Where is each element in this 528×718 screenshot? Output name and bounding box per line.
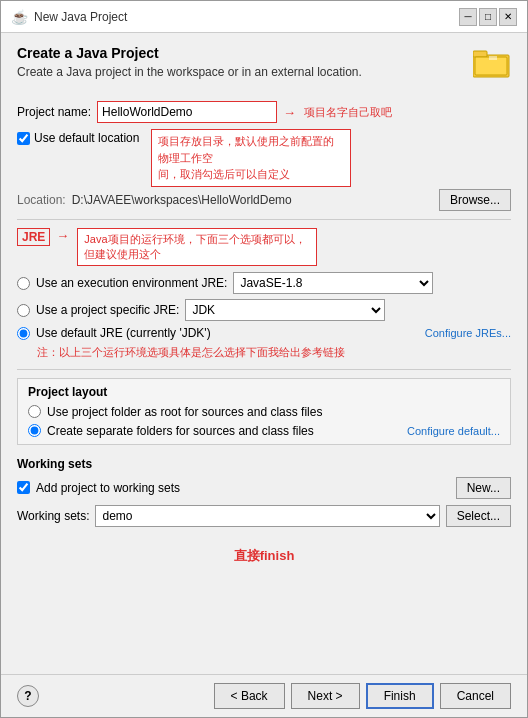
minimize-button[interactable]: ─ <box>459 8 477 26</box>
add-to-working-sets-checkbox[interactable] <box>17 481 30 494</box>
finish-button[interactable]: Finish <box>366 683 434 709</box>
jre-option3-row: Use default JRE (currently 'JDK') <box>17 326 211 340</box>
layout-option1-row: Use project folder as root for sources a… <box>28 405 500 419</box>
back-button[interactable]: < Back <box>214 683 285 709</box>
jre-option2-radio[interactable] <box>17 304 30 317</box>
page-subtitle: Create a Java project in the workspace o… <box>17 65 473 79</box>
layout-option2-label: Create separate folders for sources and … <box>47 424 314 438</box>
select-working-set-button[interactable]: Select... <box>446 505 511 527</box>
jre-section: JRE → Java项目的运行环境，下面三个选项都可以，但建议使用这个 Use … <box>17 228 511 361</box>
working-sets-header: Working sets <box>17 457 511 471</box>
working-sets-section: Working sets Add project to working sets… <box>17 453 511 531</box>
svg-rect-3 <box>489 56 497 60</box>
svg-rect-1 <box>473 51 487 57</box>
project-layout-header: Project layout <box>28 385 500 399</box>
separator-2 <box>17 369 511 370</box>
project-name-input[interactable] <box>97 101 277 123</box>
jre-annotation: Java项目的运行环境，下面三个选项都可以，但建议使用这个 <box>77 228 317 267</box>
configure-jres-link[interactable]: Configure JREs... <box>425 327 511 339</box>
footer-buttons: < Back Next > Finish Cancel <box>214 683 511 709</box>
jre-option3-radio[interactable] <box>17 327 30 340</box>
window-title: New Java Project <box>34 10 453 24</box>
jre-option2-row: Use a project specific JRE: JDK <box>17 299 511 321</box>
default-location-label: Use default location <box>34 131 139 145</box>
jre-option1-label: Use an execution environment JRE: <box>36 276 227 290</box>
folder-icon <box>473 47 511 82</box>
help-button[interactable]: ? <box>17 685 39 707</box>
arrow-icon-1: → <box>283 105 296 120</box>
cancel-button[interactable]: Cancel <box>440 683 511 709</box>
project-name-row: Project name: → 项目名字自己取吧 <box>17 101 511 123</box>
jre-option1-radio[interactable] <box>17 277 30 290</box>
separator-1 <box>17 219 511 220</box>
jre-label: JRE <box>22 230 45 244</box>
page-title: Create a Java Project <box>17 45 473 61</box>
layout-option2-radio[interactable] <box>28 424 41 437</box>
jre-option2-label: Use a project specific JRE: <box>36 303 179 317</box>
footer: ? < Back Next > Finish Cancel <box>1 674 527 717</box>
jre-option1-dropdown[interactable]: JavaSE-1.8 <box>233 272 433 294</box>
location-label: Location: <box>17 193 66 207</box>
page-header: Create a Java Project Create a Java proj… <box>17 45 511 91</box>
close-button[interactable]: ✕ <box>499 8 517 26</box>
project-layout-section: Project layout Use project folder as roo… <box>17 378 511 445</box>
browse-button[interactable]: Browse... <box>439 189 511 211</box>
new-working-set-button[interactable]: New... <box>456 477 511 499</box>
default-location-checkbox[interactable] <box>17 132 30 145</box>
location-path: D:\JAVAEE\workspaces\HelloWorldDemo <box>72 193 433 207</box>
working-sets-add-row: Add project to working sets New... <box>17 477 511 499</box>
title-bar: ☕ New Java Project ─ □ ✕ <box>1 1 527 33</box>
working-sets-dropdown[interactable]: demo <box>95 505 439 527</box>
window: ☕ New Java Project ─ □ ✕ Create a Java P… <box>0 0 528 718</box>
project-name-annotation: 项目名字自己取吧 <box>304 105 392 120</box>
next-button[interactable]: Next > <box>291 683 360 709</box>
layout-option2-row: Create separate folders for sources and … <box>28 424 314 438</box>
location-row: Location: D:\JAVAEE\workspaces\HelloWorl… <box>17 189 511 211</box>
working-sets-label: Working sets: <box>17 509 89 523</box>
maximize-button[interactable]: □ <box>479 8 497 26</box>
jre-bottom-annotation: 注：以上三个运行环境选项具体是怎么选择下面我给出参考链接 <box>37 344 511 361</box>
title-bar-buttons: ─ □ ✕ <box>459 8 517 26</box>
jre-option1-row: Use an execution environment JRE: JavaSE… <box>17 272 511 294</box>
layout-option1-label: Use project folder as root for sources a… <box>47 405 322 419</box>
configure-default-link[interactable]: Configure default... <box>407 425 500 437</box>
jre-badge: JRE <box>17 228 50 246</box>
working-sets-input-row: Working sets: demo Select... <box>17 505 511 527</box>
jre-option2-dropdown[interactable]: JDK <box>185 299 385 321</box>
jre-option3-label: Use default JRE (currently 'JDK') <box>36 326 211 340</box>
finish-annotation: 直接finish <box>17 547 511 565</box>
default-location-annotation: 项目存放目录，默认使用之前配置的物理工作空 间，取消勾选后可以自定义 <box>151 129 351 187</box>
add-to-working-sets-label: Add project to working sets <box>36 481 180 495</box>
header-text: Create a Java Project Create a Java proj… <box>17 45 473 91</box>
project-name-label: Project name: <box>17 105 91 119</box>
default-location-row: Use default location <box>17 131 139 145</box>
content-area: Create a Java Project Create a Java proj… <box>1 33 527 674</box>
arrow-icon-2: → <box>56 228 69 243</box>
layout-option1-radio[interactable] <box>28 405 41 418</box>
window-icon: ☕ <box>11 9 28 25</box>
